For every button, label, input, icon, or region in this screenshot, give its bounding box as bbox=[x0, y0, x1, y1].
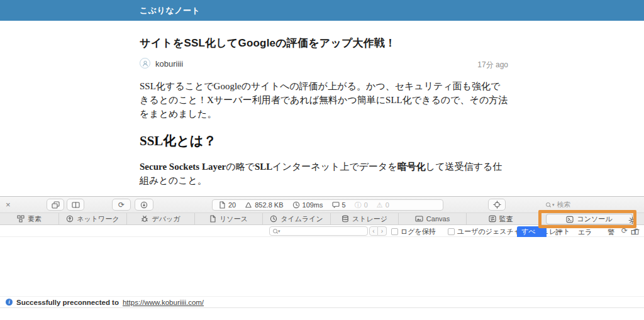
log-link[interactable]: https://www.koburiiii.com/ bbox=[123, 299, 204, 306]
status-pill: 20 852.8 KB 109ms 5 ⓘ 0 bbox=[212, 199, 443, 211]
search-icon bbox=[546, 202, 551, 207]
tab-timeline[interactable]: タイムライン bbox=[263, 213, 331, 224]
article: サイトをSSL化してGoogleの評価をアップ大作戦！ koburiiii 17… bbox=[140, 21, 508, 196]
download-icon bbox=[140, 201, 148, 209]
site-header: こぶりなノート bbox=[0, 0, 644, 21]
console-icon bbox=[566, 216, 574, 223]
console-log-entry[interactable]: i Successfully preconnected to https://w… bbox=[0, 296, 644, 308]
tab-canvas[interactable]: Canvas bbox=[399, 213, 467, 224]
split-view-icon bbox=[72, 201, 80, 209]
paragraph-2: Secure Sockets Layerの略でSLLインターネット上でデータを暗… bbox=[140, 160, 508, 187]
person-icon bbox=[142, 60, 149, 67]
inspector-toolbar: × ⟳ 20 852.8 KB bbox=[0, 197, 644, 213]
element-picker-button[interactable] bbox=[488, 199, 506, 211]
text: インターネット上でデータを bbox=[272, 162, 397, 172]
site-title[interactable]: こぶりなノート bbox=[140, 0, 200, 21]
resources-icon bbox=[209, 215, 216, 223]
tab-elements[interactable]: 要素 bbox=[0, 213, 59, 224]
web-inspector: × ⟳ 20 852.8 KB bbox=[0, 196, 644, 320]
chevron-down-icon: ▾ bbox=[278, 229, 280, 234]
trash-icon[interactable] bbox=[633, 227, 640, 236]
tab-resources[interactable]: リソース bbox=[195, 213, 263, 224]
detach-window-icon bbox=[52, 201, 60, 209]
elements-icon bbox=[17, 215, 25, 223]
gear-icon bbox=[628, 216, 636, 224]
console-filter-input[interactable]: ▾ bbox=[269, 226, 368, 236]
resource-count: 20 bbox=[219, 201, 236, 209]
console-filter-bar: ▾ ‹ › ログを保持 ユーザのジェスチャをエミュレート すべて 評価 エラー … bbox=[0, 225, 644, 237]
clock-icon bbox=[292, 201, 300, 209]
checkbox-icon[interactable] bbox=[391, 228, 398, 235]
tab-audit[interactable]: 監査 bbox=[467, 213, 535, 224]
canvas-image-icon bbox=[415, 215, 423, 223]
author-row: koburiiii 17分 ago bbox=[140, 58, 508, 69]
storage-database-icon bbox=[341, 215, 349, 223]
tab-debugger[interactable]: デバッガ bbox=[127, 213, 195, 224]
previous-result-button[interactable]: ‹ bbox=[369, 226, 378, 236]
find-navigation: ‹ › bbox=[369, 226, 387, 236]
reload-icon: ⟳ bbox=[118, 201, 125, 209]
avatar-icon[interactable] bbox=[140, 58, 150, 69]
tab-network[interactable]: ネットワーク bbox=[59, 213, 127, 224]
search-placeholder: 検索 bbox=[557, 200, 571, 209]
console-output: i Successfully preconnected to https://w… bbox=[0, 237, 644, 320]
bold-text: 暗号化 bbox=[397, 162, 426, 172]
audit-icon bbox=[489, 215, 496, 223]
refresh-icon[interactable]: ⟳ bbox=[621, 226, 628, 235]
bold-text: Secure Sockets Layer bbox=[140, 162, 226, 172]
timeline-clock-icon bbox=[270, 215, 277, 223]
filter-search-icon bbox=[273, 229, 278, 234]
text: の略で bbox=[226, 162, 255, 172]
checkbox-icon[interactable] bbox=[448, 228, 455, 235]
log-message: Successfully preconnected to bbox=[16, 299, 119, 306]
reload-button[interactable]: ⟳ bbox=[112, 199, 131, 211]
document-icon bbox=[219, 201, 226, 209]
info-icon: i bbox=[6, 299, 13, 306]
info-icon: ⓘ bbox=[355, 202, 362, 209]
network-icon bbox=[66, 215, 74, 223]
console-message-count: 5 bbox=[332, 201, 346, 209]
transfer-size-icon bbox=[245, 201, 252, 209]
section-heading: SSL化とは？ bbox=[140, 132, 508, 150]
crosshair-icon bbox=[493, 201, 501, 209]
tab-console[interactable]: コンソール bbox=[546, 214, 633, 224]
dock-side-button[interactable] bbox=[67, 199, 84, 211]
issues-count: ⓘ 0 bbox=[355, 201, 368, 209]
timestamp: 17分 ago bbox=[477, 60, 508, 70]
load-time: 109ms bbox=[292, 201, 323, 209]
chevron-down-icon: ▾ bbox=[552, 202, 555, 207]
preserve-log-label: ログを保持 bbox=[401, 227, 436, 236]
preserve-log-option[interactable]: ログを保持 bbox=[391, 227, 436, 236]
inspector-tab-bar: 要素 ネットワーク デバッガ リソース タイムライン ストレージ bbox=[0, 213, 644, 225]
speech-bubble-icon bbox=[332, 201, 340, 209]
tab-storage[interactable]: ストレージ bbox=[331, 213, 399, 224]
screen: こぶりなノート サイトをSSL化してGoogleの評価をアップ大作戦！ kobu… bbox=[0, 0, 644, 320]
article-title: サイトをSSL化してGoogleの評価をアップ大作戦！ bbox=[140, 36, 508, 50]
next-result-button[interactable]: › bbox=[378, 226, 387, 236]
search-input[interactable]: ▾ 検索 bbox=[546, 200, 571, 209]
download-button[interactable] bbox=[135, 199, 153, 211]
warning-icon: ⚠ bbox=[377, 202, 383, 209]
settings-button[interactable] bbox=[628, 214, 642, 224]
detach-window-button[interactable] bbox=[47, 199, 64, 211]
author-name[interactable]: koburiiii bbox=[155, 59, 183, 69]
warnings-count: ⚠ 0 bbox=[377, 201, 389, 209]
paragraph-1: SSL化することでGoogleのサイトへの評価が上がる。かつ、セキュリティ面も強… bbox=[140, 79, 508, 121]
bold-text: SLL bbox=[255, 162, 272, 172]
transfer-size: 852.8 KB bbox=[245, 201, 283, 209]
close-icon[interactable]: × bbox=[6, 200, 11, 210]
bug-icon bbox=[141, 215, 148, 223]
